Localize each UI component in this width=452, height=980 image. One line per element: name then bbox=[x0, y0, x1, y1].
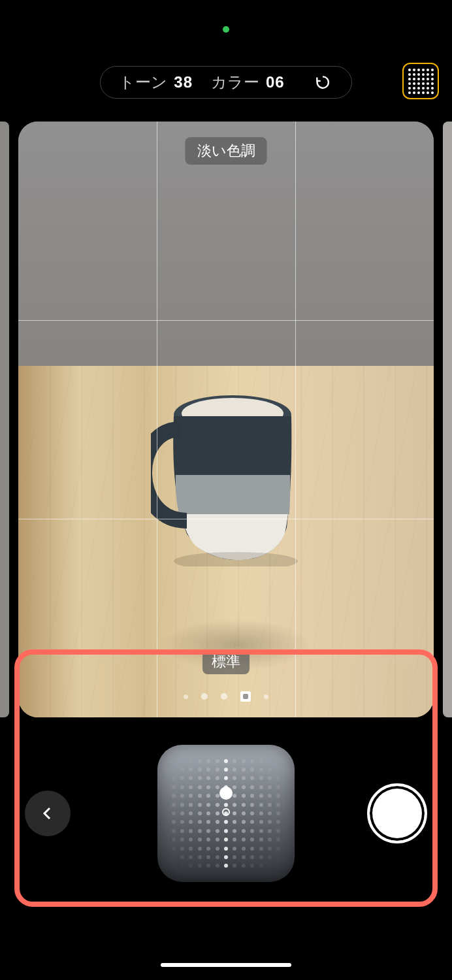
mode-name-badge: 標準 bbox=[202, 649, 250, 674]
back-button[interactable] bbox=[25, 791, 71, 836]
viewfinder[interactable]: 淡い色調 標準 bbox=[18, 122, 434, 717]
tone-color-pill[interactable]: トーン 38 カラー 06 bbox=[100, 66, 351, 99]
chevron-left-icon bbox=[40, 806, 56, 821]
color-segment[interactable]: カラー 06 bbox=[211, 72, 285, 93]
bottom-controls bbox=[0, 732, 452, 895]
style-dot-0[interactable] bbox=[184, 694, 188, 699]
next-style-peek[interactable] bbox=[443, 122, 452, 717]
tone-value: 38 bbox=[174, 73, 193, 91]
home-indicator[interactable] bbox=[161, 963, 291, 967]
style-dot-1[interactable] bbox=[201, 693, 208, 700]
color-value: 06 bbox=[266, 73, 285, 91]
prev-style-peek[interactable] bbox=[0, 122, 9, 717]
tone-color-pad[interactable] bbox=[157, 745, 295, 882]
tone-pad-current[interactable] bbox=[219, 787, 233, 800]
subject-mug bbox=[151, 384, 301, 566]
top-controls: トーン 38 カラー 06 bbox=[0, 63, 452, 102]
style-dot-3-active[interactable] bbox=[240, 691, 251, 702]
style-page-indicator[interactable] bbox=[184, 691, 268, 702]
tone-segment[interactable]: トーン 38 bbox=[119, 72, 193, 93]
tone-label: トーン bbox=[119, 72, 167, 93]
reset-icon[interactable] bbox=[312, 72, 333, 93]
shutter-button[interactable] bbox=[367, 783, 427, 843]
color-label: カラー bbox=[211, 72, 259, 93]
style-grid-icon bbox=[408, 69, 434, 94]
style-name-badge: 淡い色調 bbox=[186, 137, 267, 165]
style-grid-button[interactable] bbox=[402, 63, 439, 99]
style-dot-4[interactable] bbox=[264, 694, 268, 699]
style-dot-2[interactable] bbox=[221, 693, 227, 700]
tone-pad-origin bbox=[222, 808, 230, 816]
camera-active-indicator bbox=[223, 26, 229, 33]
svg-point-2 bbox=[174, 552, 298, 566]
